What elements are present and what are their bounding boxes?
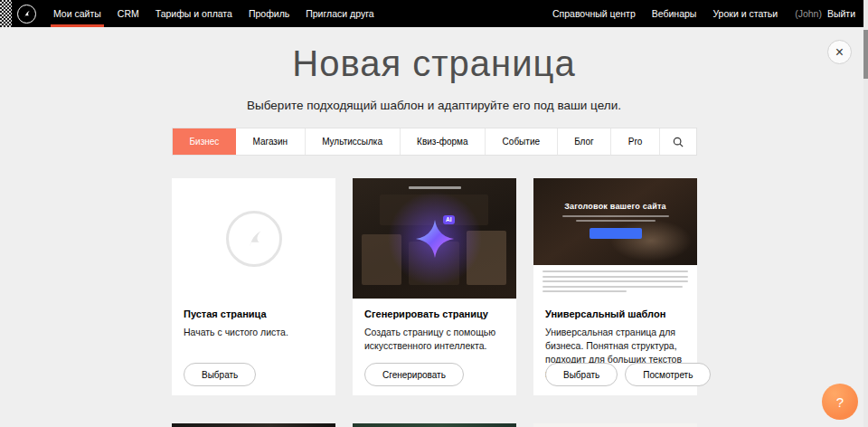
template-card-partial[interactable] (172, 423, 335, 427)
tab-store[interactable]: Магазин (236, 128, 306, 155)
template-card-blank[interactable]: Пустая страница Начать с чистого листа. … (172, 178, 335, 395)
tab-search[interactable] (660, 128, 696, 155)
select-blank-button[interactable]: Выбрать (184, 363, 256, 386)
nav-lessons-articles[interactable]: Уроки и статьи (704, 0, 786, 27)
nav-crm[interactable]: CRM (109, 0, 147, 27)
tab-pro[interactable]: Pro (611, 128, 660, 155)
page-title: Новая страница (0, 43, 868, 84)
card-body: Пустая страница Начать с чистого листа. (172, 299, 335, 339)
logout-link[interactable]: Выйти (824, 8, 855, 19)
template-card-universal[interactable]: Заголовок вашего сайта Универсальный шаб… (533, 178, 697, 395)
scrollbar-track[interactable] (863, 0, 868, 427)
template-category-tabs: Бизнес Магазин Мультиссылка Квиз-форма С… (172, 128, 697, 156)
scrollbar-thumb[interactable] (863, 30, 868, 79)
main-nav: Мои сайты CRM Тарифы и оплата Профиль Пр… (45, 0, 382, 27)
card-description: Создать страницу с помощью искусственног… (364, 326, 505, 353)
template-card-partial[interactable] (533, 423, 697, 427)
tilda-watermark-ring (226, 211, 282, 267)
card-body: Сгенерировать страницу Создать страницу … (353, 299, 516, 353)
ai-sparkle-icon (415, 219, 455, 259)
tilda-watermark-icon (241, 225, 268, 252)
nav-invite-friend[interactable]: Пригласи друга (297, 0, 382, 27)
template-card-grid: Пустая страница Начать с чистого листа. … (172, 178, 697, 395)
template-hero-subtext-decor (533, 215, 697, 222)
generate-button[interactable]: Сгенерировать (364, 363, 464, 386)
nav-my-sites[interactable]: Мои сайты (45, 0, 109, 27)
template-card-grid-row2 (172, 423, 697, 427)
ai-badge: AI (443, 215, 456, 224)
search-icon (673, 137, 684, 147)
template-card-partial[interactable] (353, 423, 516, 427)
nav-webinars[interactable]: Вебинары (644, 0, 705, 27)
user-name: (John) (786, 8, 824, 19)
template-text-section-decor (533, 265, 697, 299)
preview-universal-button[interactable]: Посмотреть (625, 363, 711, 386)
template-hero-heading: Заголовок вашего сайта (564, 202, 666, 211)
ai-preview: AI (353, 178, 516, 299)
card-title: Пустая страница (184, 308, 324, 319)
card-actions: Выбрать Посмотреть (545, 363, 711, 386)
pixel-pattern-decor (0, 0, 12, 27)
nav-profile[interactable]: Профиль (241, 0, 297, 27)
secondary-nav: Справочный центр Вебинары Уроки и статьи… (544, 0, 855, 27)
template-card-ai[interactable]: AI Сгенерировать страницу Создать страни… (353, 178, 516, 395)
question-icon: ? (836, 394, 844, 410)
template-hero: Заголовок вашего сайта (533, 178, 697, 265)
nav-help-center[interactable]: Справочный центр (544, 0, 644, 27)
page-subtitle: Выберите подходящий шаблон и адаптируйте… (0, 99, 868, 112)
template-hero-button-decor (590, 228, 642, 239)
help-button[interactable]: ? (822, 384, 858, 420)
tab-blog[interactable]: Блог (558, 128, 612, 155)
card-actions: Сгенерировать (364, 363, 464, 386)
select-universal-button[interactable]: Выбрать (545, 363, 618, 386)
tab-quiz-form[interactable]: Квиз-форма (401, 128, 486, 155)
tilda-logo[interactable] (17, 5, 36, 24)
tilda-logo-icon (21, 8, 33, 20)
card-title: Сгенерировать страницу (364, 308, 505, 319)
top-navbar: Мои сайты CRM Тарифы и оплата Профиль Пр… (0, 0, 868, 27)
tab-business[interactable]: Бизнес (173, 128, 236, 155)
card-description: Начать с чистого листа. (184, 326, 324, 339)
card-actions: Выбрать (184, 363, 256, 386)
nav-plans-payment[interactable]: Тарифы и оплата (147, 0, 241, 27)
universal-preview: Заголовок вашего сайта (533, 178, 697, 299)
tab-event[interactable]: Событие (486, 128, 558, 155)
card-title: Универсальный шаблон (545, 308, 685, 319)
ai-star-wrap (353, 178, 516, 299)
tab-multilink[interactable]: Мультиссылка (306, 128, 401, 155)
blank-preview (172, 178, 335, 299)
